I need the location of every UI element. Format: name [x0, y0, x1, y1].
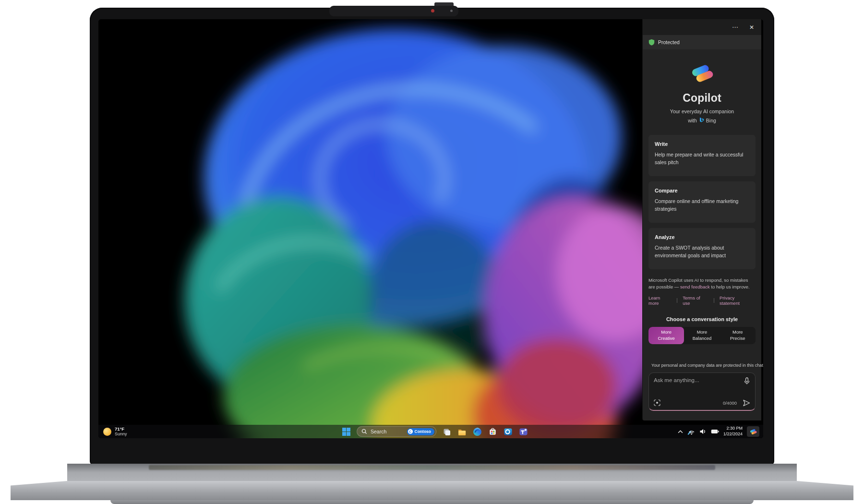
- start-button-icon[interactable]: [341, 427, 351, 437]
- copilot-panel: ⋯ ✕ Protected Copilot Your everyday AI c…: [642, 19, 761, 420]
- laptop-base-deck: [67, 464, 797, 483]
- conversation-style-selector: More Creative More Balanced More Precise: [648, 327, 756, 344]
- outlook-icon[interactable]: [503, 427, 513, 437]
- taskbar: 71°F Sunny Search C Contoso: [98, 425, 763, 438]
- style-more-balanced[interactable]: More Balanced: [684, 327, 720, 344]
- with-label: with: [688, 118, 697, 123]
- style-more-precise[interactable]: More Precise: [720, 327, 756, 344]
- tray-date: 1/22/2024: [723, 432, 743, 437]
- weather-condition: Sunny: [115, 432, 127, 437]
- chat-input-box[interactable]: 0/4000: [648, 372, 756, 411]
- camera-led: [431, 9, 434, 12]
- send-icon[interactable]: [743, 399, 750, 407]
- panel-subtitle: Your everyday AI companion: [643, 108, 761, 114]
- search-icon: [361, 429, 367, 434]
- weather-widget[interactable]: 71°F Sunny: [103, 425, 127, 438]
- data-protection-note: Your personal and company data are prote…: [648, 362, 756, 368]
- suggestion-card-analyze[interactable]: Analyze Create a SWOT analysis about env…: [648, 228, 756, 269]
- display: 71°F Sunny Search C Contoso: [98, 19, 763, 438]
- bing-label: Bing: [706, 118, 716, 123]
- laptop-base-front: [11, 481, 853, 500]
- contoso-logo-icon: C: [408, 429, 413, 434]
- tray-time: 2:30 PM: [723, 426, 743, 432]
- suggestion-card-compare[interactable]: Compare Compare online and offline marke…: [648, 181, 756, 223]
- privacy-statement-link[interactable]: Privacy statement: [720, 295, 756, 306]
- protected-banner: Protected: [643, 35, 761, 49]
- clock[interactable]: 2:30 PM 1/22/2024: [723, 426, 743, 437]
- microsoft-store-icon[interactable]: [488, 427, 498, 437]
- ai-disclaimer: Microsoft Copilot uses AI to respond, so…: [648, 277, 756, 291]
- screenshot-icon[interactable]: [654, 399, 660, 406]
- copilot-tray-icon[interactable]: [747, 426, 759, 437]
- shield-icon: [648, 39, 655, 46]
- webcam-notch: [329, 6, 458, 16]
- divider: [677, 298, 677, 303]
- more-options-icon[interactable]: ⋯: [732, 24, 739, 31]
- weather-temp: 71°F: [115, 426, 127, 432]
- file-explorer-icon[interactable]: [457, 427, 467, 437]
- laptop-base-bottom: [110, 500, 754, 504]
- keyboard-reflection: [149, 465, 715, 470]
- contoso-badge: C Contoso: [407, 428, 434, 435]
- terms-link[interactable]: Terms of use: [683, 295, 708, 306]
- edge-browser-icon[interactable]: [472, 427, 482, 437]
- wifi-icon[interactable]: [687, 428, 695, 435]
- conversation-style-heading: Choose a conversation style: [643, 316, 761, 322]
- bing-icon: [699, 117, 704, 123]
- task-view-icon[interactable]: [442, 427, 452, 437]
- search-input[interactable]: Search C Contoso: [357, 426, 436, 437]
- microphone-icon[interactable]: [744, 377, 750, 385]
- divider: [714, 298, 714, 303]
- style-more-creative[interactable]: More Creative: [648, 327, 684, 344]
- close-icon[interactable]: ✕: [749, 24, 754, 31]
- chat-input[interactable]: [654, 377, 741, 383]
- send-feedback-link[interactable]: send feedback: [680, 284, 710, 289]
- protected-label: Protected: [658, 39, 680, 45]
- laptop-mockup: 71°F Sunny Search C Contoso: [0, 0, 864, 504]
- battery-icon[interactable]: [711, 429, 719, 434]
- suggestion-card-write[interactable]: Write Help me prepare and write a succes…: [648, 135, 756, 176]
- chevron-up-icon[interactable]: [678, 430, 683, 434]
- panel-titlebar: ⋯ ✕: [643, 19, 761, 35]
- copilot-logo-icon: [691, 62, 714, 85]
- speaker-icon[interactable]: [699, 428, 707, 435]
- char-counter: 0/4000: [723, 400, 737, 406]
- suggestion-cards: Write Help me prepare and write a succes…: [648, 135, 756, 269]
- panel-title: Copilot: [643, 92, 761, 105]
- sun-icon: [103, 428, 111, 436]
- camera-lens: [450, 10, 453, 12]
- learn-more-link[interactable]: Learn more: [648, 295, 672, 306]
- search-placeholder: Search: [371, 429, 404, 434]
- footer-links: Learn more Terms of use Privacy statemen…: [648, 295, 756, 306]
- teams-icon[interactable]: [518, 427, 528, 437]
